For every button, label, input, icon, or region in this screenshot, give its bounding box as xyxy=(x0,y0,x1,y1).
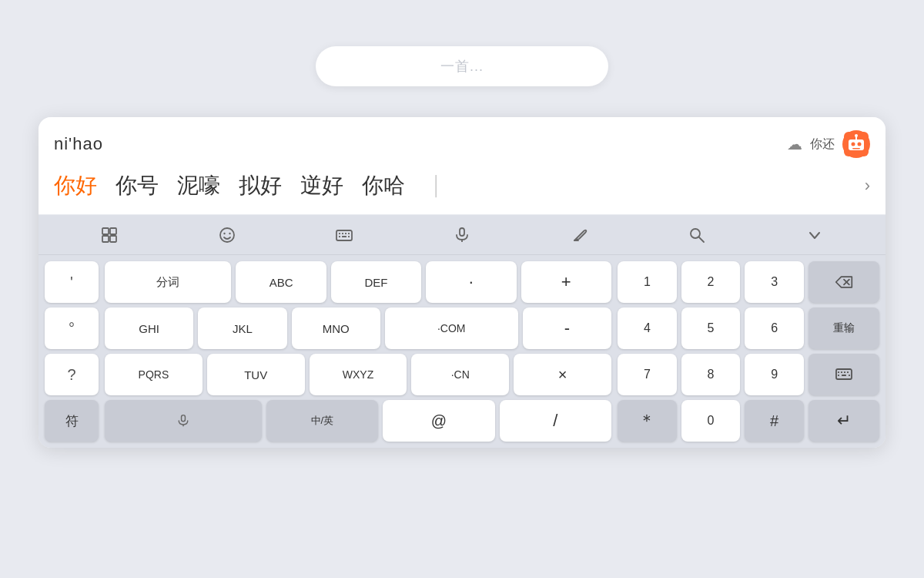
key-row-2: GHI JKL MNO ·COM - xyxy=(105,307,611,349)
key-keyboard-switch[interactable] xyxy=(808,354,879,395)
key-hash[interactable]: # xyxy=(745,400,804,442)
key-5[interactable]: 5 xyxy=(681,307,741,349)
key-enter[interactable]: ↵ xyxy=(808,400,879,442)
keyboard-area: ' ° ? 符 分词 ABC DEF · + GHI JKL MNO ·COM … xyxy=(38,255,886,448)
key-1[interactable]: 1 xyxy=(618,261,677,303)
key-lang[interactable]: 中/英 xyxy=(266,400,378,442)
key-wxyz[interactable]: WXYZ xyxy=(310,354,407,395)
key-plus[interactable]: + xyxy=(521,261,611,303)
key-jkl[interactable]: JKL xyxy=(198,307,286,349)
key-4[interactable]: 4 xyxy=(618,307,677,349)
key-mic-bottom[interactable] xyxy=(105,400,262,442)
key-period[interactable]: ° xyxy=(45,307,99,349)
svg-point-3 xyxy=(858,143,862,146)
candidate-more-btn[interactable]: › xyxy=(865,176,870,196)
svg-rect-38 xyxy=(849,375,850,376)
robot-icon[interactable] xyxy=(842,130,870,158)
svg-rect-36 xyxy=(838,375,839,376)
svg-point-25 xyxy=(691,229,700,238)
toolbar-handwrite-btn[interactable] xyxy=(521,215,638,254)
svg-point-5 xyxy=(855,134,858,137)
key-dotcom[interactable]: ·COM xyxy=(385,307,518,349)
candidate-nihao6[interactable]: 你哈 xyxy=(362,168,424,203)
key-3[interactable]: 3 xyxy=(745,261,804,303)
svg-rect-33 xyxy=(841,371,842,373)
key-fu[interactable]: 符 xyxy=(45,400,99,442)
key-6[interactable]: 6 xyxy=(745,307,804,349)
key-pqrs[interactable]: PQRS xyxy=(105,354,203,395)
svg-rect-32 xyxy=(838,371,839,373)
key-row-3: PQRS TUV WXYZ ·CN × xyxy=(105,354,611,395)
key-fenci[interactable]: 分词 xyxy=(105,261,231,303)
svg-rect-18 xyxy=(348,233,350,234)
numpad-row-2: 4 5 6 重输 xyxy=(618,307,879,349)
key-7[interactable]: 7 xyxy=(618,354,677,395)
key-chongshu[interactable]: 重输 xyxy=(808,307,879,349)
svg-line-26 xyxy=(699,237,704,242)
key-0[interactable]: 0 xyxy=(681,400,741,442)
candidate-nihao2[interactable]: 你号 xyxy=(116,168,177,203)
toolbar-collapse-btn[interactable] xyxy=(755,215,873,254)
toolbar-sogou-btn[interactable] xyxy=(51,215,169,254)
key-comma[interactable]: ' xyxy=(45,261,99,303)
toolbar-row xyxy=(38,215,886,255)
key-minus[interactable]: - xyxy=(523,307,611,349)
svg-rect-19 xyxy=(339,236,340,237)
candidate-nihao[interactable]: 你好 xyxy=(54,168,116,203)
svg-rect-7 xyxy=(102,228,109,234)
svg-rect-20 xyxy=(342,236,346,237)
candidate-row: 你好 你号 泥嚎 拟好 逆好 你哈 │ › xyxy=(38,160,886,215)
svg-rect-9 xyxy=(102,236,109,242)
numpad-row-4: ＊ 0 # ↵ xyxy=(618,400,879,442)
key-tuv[interactable]: TUV xyxy=(207,354,305,395)
svg-rect-17 xyxy=(345,233,346,234)
toolbar-mic-btn[interactable] xyxy=(403,215,521,254)
key-ghi[interactable]: GHI xyxy=(105,307,193,349)
candidate-nihao4[interactable]: 拟好 xyxy=(239,168,300,203)
svg-rect-10 xyxy=(110,236,116,242)
key-question[interactable]: ? xyxy=(45,354,99,395)
svg-rect-34 xyxy=(844,371,845,373)
key-8[interactable]: 8 xyxy=(681,354,741,395)
svg-rect-31 xyxy=(836,369,852,379)
toolbar-keyboard-btn[interactable] xyxy=(286,215,403,254)
key-def[interactable]: DEF xyxy=(331,261,421,303)
key-slash[interactable]: / xyxy=(500,400,611,442)
candidate-nihao3[interactable]: 泥嚎 xyxy=(177,168,239,203)
key-2[interactable]: 2 xyxy=(681,261,741,303)
input-row: ni'hao ☁ 你还 xyxy=(38,117,886,160)
candidate-nihao5[interactable]: 逆好 xyxy=(300,168,362,203)
key-multiply[interactable]: × xyxy=(514,354,611,395)
key-at[interactable]: @ xyxy=(383,400,494,442)
toolbar-search-btn[interactable] xyxy=(638,215,756,254)
search-area: 一首... xyxy=(0,0,924,117)
suggestion-hint: 你还 xyxy=(810,136,835,153)
key-star[interactable]: ＊ xyxy=(618,400,677,442)
svg-point-12 xyxy=(223,232,225,234)
key-backspace[interactable] xyxy=(808,261,879,303)
numpad-section: 1 2 3 4 5 6 重输 7 xyxy=(618,261,879,442)
key-9[interactable]: 9 xyxy=(745,354,804,395)
key-dotcn[interactable]: ·CN xyxy=(411,354,509,395)
left-chars-section: ' ° ? 符 xyxy=(45,261,99,442)
main-keyboard-section: 分词 ABC DEF · + GHI JKL MNO ·COM - PQRS T… xyxy=(105,261,611,442)
key-row-1: 分词 ABC DEF · + xyxy=(105,261,611,303)
key-dot[interactable]: · xyxy=(426,261,516,303)
pinyin-input: ni'hao xyxy=(54,134,103,154)
svg-rect-21 xyxy=(348,236,350,237)
svg-rect-16 xyxy=(342,233,343,234)
svg-point-13 xyxy=(229,232,230,234)
svg-rect-14 xyxy=(336,230,352,240)
search-bar[interactable]: 一首... xyxy=(316,46,608,86)
svg-point-11 xyxy=(220,228,234,242)
toolbar-emoji-btn[interactable] xyxy=(169,215,286,254)
svg-rect-15 xyxy=(339,233,340,234)
key-mno[interactable]: MNO xyxy=(292,307,380,349)
numpad-row-1: 1 2 3 xyxy=(618,261,879,303)
svg-point-2 xyxy=(852,143,855,146)
svg-rect-37 xyxy=(842,375,846,376)
key-abc[interactable]: ABC xyxy=(236,261,326,303)
svg-rect-8 xyxy=(110,228,116,234)
key-row-bottom: 中/英 @ / xyxy=(105,400,611,442)
numpad-row-3: 7 8 9 xyxy=(618,354,879,395)
